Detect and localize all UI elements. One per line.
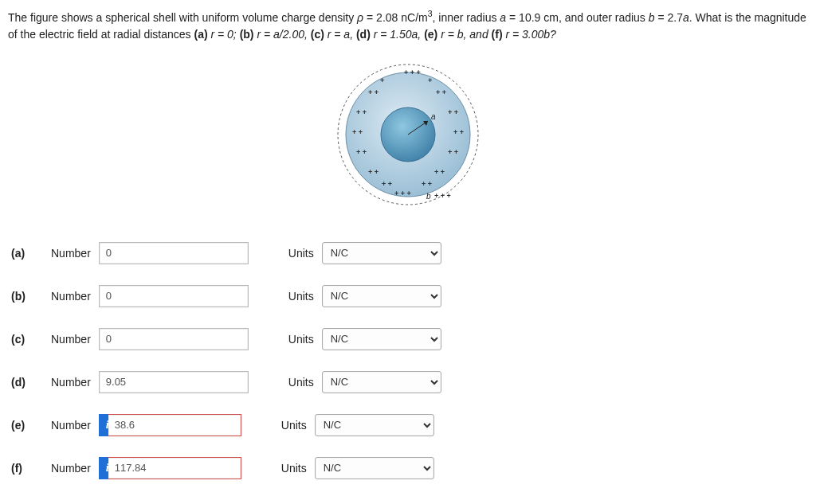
row-e: (e) Number i Units N/C xyxy=(11,414,808,436)
row-a: (a) Number Units N/C xyxy=(11,242,808,264)
number-input-e[interactable] xyxy=(108,414,241,436)
figure: a b + + + + + + + + + + + + + + + + + + … xyxy=(8,59,808,210)
number-input-d[interactable] xyxy=(99,371,249,393)
svg-text:+ + +: + + + xyxy=(404,68,421,76)
svg-text:+ +: + + xyxy=(352,128,363,136)
units-select-e[interactable]: N/C xyxy=(315,414,434,436)
svg-text:+ +: + + xyxy=(436,88,446,96)
units-select-c[interactable]: N/C xyxy=(322,328,441,350)
svg-text:+ +: + + xyxy=(382,180,392,188)
svg-text:+ +: + + xyxy=(356,148,367,156)
part-label-c: (c) xyxy=(11,333,43,346)
row-f: (f) Number i Units N/C xyxy=(11,457,808,479)
number-label: Number xyxy=(51,247,91,260)
svg-text:+: + xyxy=(380,76,384,84)
row-b: (b) Number Units N/C xyxy=(11,285,808,307)
row-c: (c) Number Units N/C xyxy=(11,328,808,350)
part-label-f: (f) xyxy=(11,462,43,475)
svg-text:+ +: + + xyxy=(434,168,445,176)
problem-statement: The figure shows a spherical shell with … xyxy=(8,8,808,43)
svg-text:+ + +: + + + xyxy=(434,192,451,200)
svg-text:+ +: + + xyxy=(368,168,379,176)
number-input-f[interactable] xyxy=(108,457,241,479)
shell-diagram: a b + + + + + + + + + + + + + + + + + + … xyxy=(332,59,484,210)
svg-text:+ +: + + xyxy=(368,88,379,96)
answers-block: (a) Number Units N/C (b) Number Units N/… xyxy=(11,242,808,479)
units-select-f[interactable]: N/C xyxy=(315,457,434,479)
units-select-b[interactable]: N/C xyxy=(322,285,441,307)
number-input-b[interactable] xyxy=(99,285,249,307)
units-select-a[interactable]: N/C xyxy=(322,242,441,264)
part-label-d: (d) xyxy=(11,376,43,389)
number-input-c[interactable] xyxy=(99,328,249,350)
part-label-b: (b) xyxy=(11,290,43,303)
part-label-e: (e) xyxy=(11,419,43,432)
svg-text:+ +: + + xyxy=(453,128,464,136)
row-d: (d) Number Units N/C xyxy=(11,371,808,393)
svg-text:+ +: + + xyxy=(448,108,458,116)
svg-text:+ +: + + xyxy=(448,148,458,156)
inner-radius-label: a xyxy=(431,112,436,121)
svg-text:+ + +: + + + xyxy=(394,189,411,197)
svg-text:+ +: + + xyxy=(422,180,432,188)
units-label: Units xyxy=(288,247,314,260)
outer-radius-label: b xyxy=(426,192,431,201)
svg-text:+: + xyxy=(428,76,432,84)
units-select-d[interactable]: N/C xyxy=(322,371,441,393)
svg-text:+ +: + + xyxy=(356,108,367,116)
part-label-a: (a) xyxy=(11,247,43,260)
number-input-a[interactable] xyxy=(99,242,249,264)
